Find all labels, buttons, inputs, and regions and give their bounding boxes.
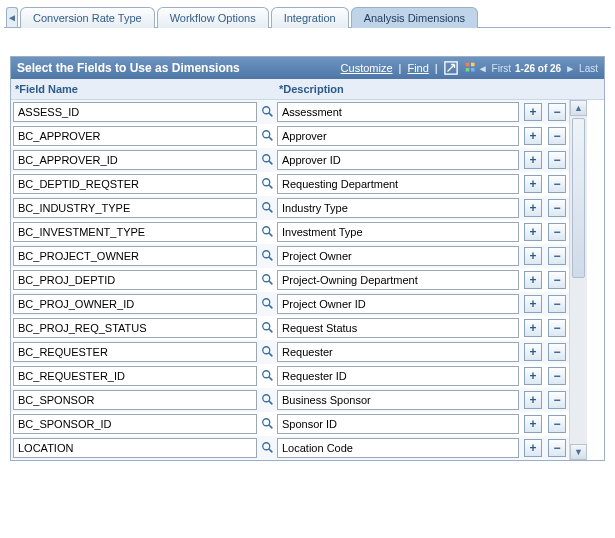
delete-row-button[interactable]: − — [548, 271, 566, 289]
field-name-input[interactable] — [13, 102, 257, 122]
lookup-icon[interactable] — [261, 318, 275, 338]
description-input[interactable] — [277, 198, 519, 218]
add-row-button[interactable]: + — [524, 295, 542, 313]
tab-workflow-options[interactable]: Workflow Options — [157, 7, 269, 28]
lookup-icon[interactable] — [261, 390, 275, 410]
col-description[interactable]: *Description — [275, 79, 521, 99]
add-row-button[interactable]: + — [524, 175, 542, 193]
delete-row-button[interactable]: − — [548, 343, 566, 361]
delete-row-button[interactable]: − — [548, 439, 566, 457]
field-name-input[interactable] — [13, 438, 257, 458]
field-name-input[interactable] — [13, 222, 257, 242]
add-row-button[interactable]: + — [524, 343, 542, 361]
field-name-input[interactable] — [13, 366, 257, 386]
description-input[interactable] — [277, 342, 519, 362]
delete-row-button[interactable]: − — [548, 391, 566, 409]
svg-point-29 — [263, 395, 270, 402]
field-name-input[interactable] — [13, 414, 257, 434]
svg-rect-3 — [465, 68, 469, 72]
lookup-icon[interactable] — [261, 270, 275, 290]
scroll-up-icon[interactable]: ▲ — [570, 100, 587, 116]
tab-integration[interactable]: Integration — [271, 7, 349, 28]
description-input[interactable] — [277, 366, 519, 386]
add-row-button[interactable]: + — [524, 223, 542, 241]
tab-scroll-left[interactable]: ◄ — [6, 7, 18, 27]
add-row-button[interactable]: + — [524, 391, 542, 409]
add-row-button[interactable]: + — [524, 247, 542, 265]
lookup-icon[interactable] — [261, 198, 275, 218]
description-input[interactable] — [277, 294, 519, 314]
lookup-icon[interactable] — [261, 414, 275, 434]
add-row-button[interactable]: + — [524, 415, 542, 433]
lookup-icon[interactable] — [261, 246, 275, 266]
tab-analysis-dimensions[interactable]: Analysis Dimensions — [351, 7, 478, 28]
description-input[interactable] — [277, 150, 519, 170]
field-name-input[interactable] — [13, 150, 257, 170]
delete-row-button[interactable]: − — [548, 247, 566, 265]
lookup-icon[interactable] — [261, 174, 275, 194]
delete-row-button[interactable]: − — [548, 151, 566, 169]
delete-row-button[interactable]: − — [548, 175, 566, 193]
field-name-input[interactable] — [13, 246, 257, 266]
scroll-thumb[interactable] — [572, 118, 585, 278]
customize-link[interactable]: Customize — [341, 62, 393, 74]
add-row-button[interactable]: + — [524, 271, 542, 289]
add-row-button[interactable]: + — [524, 103, 542, 121]
lookup-icon[interactable] — [261, 342, 275, 362]
field-name-input[interactable] — [13, 342, 257, 362]
nav-first-label[interactable]: First — [492, 63, 511, 74]
description-input[interactable] — [277, 222, 519, 242]
add-row-button[interactable]: + — [524, 199, 542, 217]
delete-row-button[interactable]: − — [548, 319, 566, 337]
lookup-icon[interactable] — [261, 126, 275, 146]
nav-last-label[interactable]: Last — [579, 63, 598, 74]
description-input[interactable] — [277, 174, 519, 194]
scroll-down-icon[interactable]: ▼ — [570, 444, 587, 460]
field-name-input[interactable] — [13, 270, 257, 290]
add-row-button[interactable]: + — [524, 319, 542, 337]
field-name-input[interactable] — [13, 294, 257, 314]
svg-point-25 — [263, 347, 270, 354]
lookup-icon[interactable] — [261, 294, 275, 314]
lookup-icon[interactable] — [261, 366, 275, 386]
add-row-button[interactable]: + — [524, 151, 542, 169]
description-input[interactable] — [277, 270, 519, 290]
svg-line-32 — [269, 425, 273, 429]
description-input[interactable] — [277, 246, 519, 266]
lookup-icon[interactable] — [261, 438, 275, 458]
description-input[interactable] — [277, 414, 519, 434]
download-icon[interactable] — [464, 61, 478, 75]
nav-first-arrow-icon[interactable]: ◄ — [478, 63, 488, 74]
description-input[interactable] — [277, 390, 519, 410]
svg-line-28 — [269, 377, 273, 381]
description-input[interactable] — [277, 438, 519, 458]
col-field-name[interactable]: *Field Name — [11, 79, 259, 99]
field-name-input[interactable] — [13, 174, 257, 194]
lookup-icon[interactable] — [261, 102, 275, 122]
lookup-icon[interactable] — [261, 222, 275, 242]
view-all-icon[interactable] — [444, 61, 458, 75]
field-name-input[interactable] — [13, 126, 257, 146]
vertical-scrollbar[interactable]: ▲ ▼ — [569, 100, 587, 460]
add-row-button[interactable]: + — [524, 127, 542, 145]
description-input[interactable] — [277, 318, 519, 338]
nav-last-arrow-icon[interactable]: ► — [565, 63, 575, 74]
delete-row-button[interactable]: − — [548, 295, 566, 313]
find-link[interactable]: Find — [407, 62, 428, 74]
delete-row-button[interactable]: − — [548, 103, 566, 121]
description-input[interactable] — [277, 126, 519, 146]
lookup-icon[interactable] — [261, 150, 275, 170]
delete-row-button[interactable]: − — [548, 415, 566, 433]
field-name-input[interactable] — [13, 198, 257, 218]
delete-row-button[interactable]: − — [548, 127, 566, 145]
svg-point-21 — [263, 299, 270, 306]
field-name-input[interactable] — [13, 318, 257, 338]
description-input[interactable] — [277, 102, 519, 122]
delete-row-button[interactable]: − — [548, 367, 566, 385]
tab-conversion-rate-type[interactable]: Conversion Rate Type — [20, 7, 155, 28]
delete-row-button[interactable]: − — [548, 199, 566, 217]
add-row-button[interactable]: + — [524, 367, 542, 385]
add-row-button[interactable]: + — [524, 439, 542, 457]
delete-row-button[interactable]: − — [548, 223, 566, 241]
field-name-input[interactable] — [13, 390, 257, 410]
